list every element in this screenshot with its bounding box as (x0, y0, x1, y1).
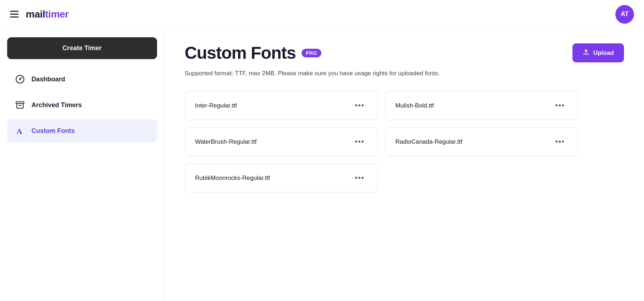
logo-mail: mail (26, 9, 45, 20)
font-name: Mulish-Bold.ttf (395, 102, 434, 109)
font-name: WaterBrush-Regular.ttf (195, 138, 257, 145)
font-more-button[interactable]: ••• (352, 100, 367, 111)
sidebar-item-custom-fonts-label: Custom Fonts (31, 127, 75, 135)
font-grid: Inter-Regular.ttf ••• Mulish-Bold.ttf ••… (185, 91, 578, 192)
font-card-rubikmoonrocks-regular: RubikMoonrocks-Regular.ttf ••• (185, 163, 378, 192)
font-card-waterbrush-regular: WaterBrush-Regular.ttf ••• (185, 127, 378, 156)
logo-timer: timer (45, 9, 69, 20)
font-card-radiocanada-regular: RadioCanada-Regular.ttf ••• (385, 127, 578, 156)
content-description: Supported format: TTF, max 2MB. Please m… (185, 68, 624, 78)
sidebar: Create Timer Dashboard (0, 29, 165, 301)
logo: mailtimer (26, 9, 69, 20)
font-card-inter-regular: Inter-Regular.ttf ••• (185, 91, 378, 120)
sidebar-item-archived-timers[interactable]: Archived Timers (7, 94, 157, 116)
sidebar-item-archived-timers-label: Archived Timers (31, 101, 82, 109)
sidebar-item-dashboard[interactable]: Dashboard (7, 68, 157, 91)
font-name: Inter-Regular.ttf (195, 102, 237, 109)
svg-text:A: A (16, 127, 22, 135)
main-layout: Create Timer Dashboard (0, 29, 644, 301)
content-title-row: Custom Fonts PRO (185, 43, 321, 63)
sidebar-item-custom-fonts[interactable]: A Custom Fonts (7, 119, 157, 142)
avatar[interactable]: AT (615, 5, 634, 24)
font-card-mulish-bold: Mulish-Bold.ttf ••• (385, 91, 578, 120)
svg-line-2 (20, 77, 22, 79)
hamburger-menu-button[interactable] (10, 11, 19, 18)
page-title: Custom Fonts (185, 43, 296, 63)
dashboard-icon (14, 73, 26, 85)
content-header: Custom Fonts PRO Upload (185, 43, 624, 63)
pro-badge: PRO (302, 49, 322, 57)
header: mailtimer AT (0, 0, 644, 29)
upload-button[interactable]: Upload (572, 43, 624, 62)
font-more-button[interactable]: ••• (552, 136, 568, 147)
font-more-button[interactable]: ••• (352, 136, 367, 147)
upload-label: Upload (593, 49, 614, 57)
font-icon: A (14, 125, 26, 137)
upload-icon (582, 48, 590, 57)
header-left: mailtimer (10, 9, 69, 20)
font-more-button[interactable]: ••• (552, 100, 568, 111)
font-more-button[interactable]: ••• (352, 172, 367, 183)
font-name: RubikMoonrocks-Regular.ttf (195, 175, 270, 182)
font-name: RadioCanada-Regular.ttf (395, 138, 462, 145)
create-timer-button[interactable]: Create Timer (7, 37, 157, 59)
main-content: Custom Fonts PRO Upload Supported format… (165, 29, 644, 301)
archive-icon (14, 99, 26, 111)
sidebar-item-dashboard-label: Dashboard (31, 76, 65, 83)
svg-rect-4 (17, 104, 23, 108)
